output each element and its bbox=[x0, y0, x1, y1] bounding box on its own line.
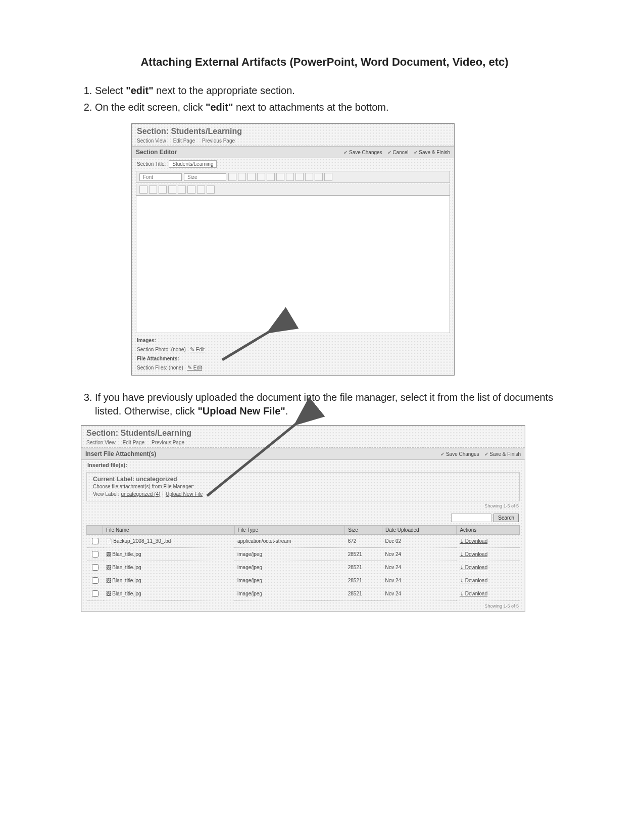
file-size-cell: 28521 bbox=[345, 574, 382, 587]
section-tabs-2: Section View Edit Page Previous Page bbox=[81, 439, 525, 448]
col-select bbox=[87, 526, 103, 535]
size-select[interactable]: Size bbox=[184, 173, 226, 181]
hr-icon[interactable] bbox=[178, 186, 186, 194]
font-select[interactable]: Font bbox=[139, 173, 182, 181]
table-row: Blan_title.jpgimage/jpeg28521Nov 24⤓ Dow… bbox=[87, 574, 520, 587]
section-title-row: Section Title: Students/Learning bbox=[132, 158, 454, 170]
paste-icon[interactable] bbox=[159, 186, 167, 194]
image-file-icon bbox=[106, 578, 113, 583]
label-filter-link[interactable]: uncategorized (4) bbox=[121, 491, 161, 497]
document-page: Attaching External Artifacts (PowerPoint… bbox=[0, 0, 644, 612]
image-file-icon bbox=[106, 551, 113, 557]
align-left-icon[interactable] bbox=[257, 173, 265, 181]
download-link[interactable]: ⤓ Download bbox=[460, 538, 487, 544]
file-search-input[interactable] bbox=[451, 514, 491, 522]
download-link[interactable]: ⤓ Download bbox=[460, 565, 487, 570]
panel-header: Section Editor Save Changes Cancel Save … bbox=[132, 146, 454, 158]
file-type-cell: application/octet-stream bbox=[234, 535, 345, 548]
link-icon[interactable] bbox=[295, 173, 304, 181]
bold-icon[interactable] bbox=[228, 173, 236, 181]
step-1: Select "edit" next to the appropriate se… bbox=[95, 84, 573, 98]
file-date-cell: Nov 24 bbox=[382, 587, 457, 600]
cut-icon[interactable] bbox=[139, 186, 147, 194]
screenshot-insert-attachment: Section: Students/Learning Section View … bbox=[81, 425, 525, 612]
source-icon[interactable] bbox=[187, 186, 195, 194]
file-action-cell: ⤓ Download bbox=[457, 587, 520, 600]
section-heading: Section: Students/Learning bbox=[132, 124, 454, 137]
table-row: Backup_2008_11_30_.bdapplication/octet-s… bbox=[87, 535, 520, 548]
richtext-editor[interactable] bbox=[136, 196, 450, 333]
attachments-label: File Attachments: bbox=[132, 354, 454, 363]
table-row: Blan_title.jpgimage/jpeg28521Nov 24⤓ Dow… bbox=[87, 548, 520, 561]
row-checkbox[interactable] bbox=[92, 538, 98, 544]
download-link[interactable]: ⤓ Download bbox=[460, 578, 487, 583]
step-list-2: If you have previously uploaded the docu… bbox=[81, 391, 573, 418]
file-date-cell: Dec 02 bbox=[382, 535, 457, 548]
align-right-icon[interactable] bbox=[276, 173, 284, 181]
panel-header-2: Insert File Attachment(s) Save Changes S… bbox=[81, 448, 525, 460]
redo-icon[interactable] bbox=[324, 173, 332, 181]
file-table: File Name File Type Size Date Uploaded A… bbox=[86, 525, 520, 600]
italic-icon[interactable] bbox=[238, 173, 246, 181]
underline-icon[interactable] bbox=[247, 173, 256, 181]
tab-section-view-2[interactable]: Section View bbox=[86, 440, 116, 445]
tab-previous[interactable]: Previous Page bbox=[202, 138, 235, 144]
file-size-cell: 28521 bbox=[345, 587, 382, 600]
col-date[interactable]: Date Uploaded bbox=[382, 526, 457, 535]
table-row: Blan_title.jpgimage/jpeg28521Nov 24⤓ Dow… bbox=[87, 561, 520, 574]
list-icon[interactable] bbox=[286, 173, 294, 181]
cancel-button[interactable]: Cancel bbox=[387, 150, 409, 155]
file-action-cell: ⤓ Download bbox=[457, 535, 520, 548]
file-action-cell: ⤓ Download bbox=[457, 574, 520, 587]
spell-icon[interactable] bbox=[197, 186, 205, 194]
image-icon[interactable] bbox=[305, 173, 313, 181]
step-list: Select "edit" next to the appropriate se… bbox=[81, 84, 573, 114]
tab-edit-page[interactable]: Edit Page bbox=[173, 138, 195, 144]
undo-icon[interactable] bbox=[315, 173, 323, 181]
download-link[interactable]: ⤓ Download bbox=[460, 551, 487, 557]
table-icon[interactable] bbox=[168, 186, 176, 194]
row-checkbox[interactable] bbox=[92, 551, 98, 558]
save-finish-button-2[interactable]: Save & Finish bbox=[484, 451, 521, 457]
download-link[interactable]: ⤓ Download bbox=[460, 591, 487, 596]
section-tabs: Section View Edit Page Previous Page bbox=[132, 137, 454, 146]
images-row: Section Photo: (none) Edit bbox=[132, 345, 454, 354]
row-checkbox[interactable] bbox=[92, 590, 98, 597]
help-icon[interactable] bbox=[207, 186, 215, 194]
file-size-cell: 28521 bbox=[345, 548, 382, 561]
search-button[interactable]: Search bbox=[493, 514, 519, 522]
section-title-input[interactable]: Students/Learning bbox=[169, 160, 217, 168]
save-changes-button-2[interactable]: Save Changes bbox=[440, 451, 479, 457]
col-filetype[interactable]: File Type bbox=[234, 526, 345, 535]
save-changes-button[interactable]: Save Changes bbox=[343, 150, 382, 155]
page-title: Attaching External Artifacts (PowerPoint… bbox=[76, 56, 573, 69]
panel-title: Section Editor bbox=[136, 149, 177, 156]
image-file-icon bbox=[106, 591, 113, 596]
save-finish-button[interactable]: Save & Finish bbox=[414, 150, 450, 155]
col-size[interactable]: Size bbox=[345, 526, 382, 535]
document-file-icon bbox=[106, 538, 114, 544]
table-row: Blan_title.jpgimage/jpeg28521Nov 24⤓ Dow… bbox=[87, 587, 520, 600]
file-name-cell: Blan_title.jpg bbox=[103, 587, 235, 600]
choose-from-manager: Choose file attachment(s) from File Mana… bbox=[87, 483, 519, 490]
file-name-cell: Blan_title.jpg bbox=[103, 561, 235, 574]
tab-section-view[interactable]: Section View bbox=[137, 138, 166, 144]
tab-edit-page-2[interactable]: Edit Page bbox=[123, 440, 144, 445]
col-actions: Actions bbox=[457, 526, 520, 535]
showing-count-top: Showing 1-5 of 5 bbox=[81, 503, 525, 512]
file-action-cell: ⤓ Download bbox=[457, 548, 520, 561]
images-edit-link[interactable]: Edit bbox=[190, 346, 205, 353]
col-filename[interactable]: File Name bbox=[103, 526, 235, 535]
attachments-edit-link[interactable]: Edit bbox=[187, 364, 202, 371]
align-center-icon[interactable] bbox=[267, 173, 275, 181]
tab-previous-2[interactable]: Previous Page bbox=[152, 440, 184, 445]
row-checkbox[interactable] bbox=[92, 577, 98, 584]
richtext-toolbar: Font Size bbox=[136, 171, 450, 183]
file-type-cell: image/jpeg bbox=[234, 574, 345, 587]
file-type-cell: image/jpeg bbox=[234, 587, 345, 600]
row-checkbox[interactable] bbox=[92, 564, 98, 571]
file-name-cell: Backup_2008_11_30_.bd bbox=[103, 535, 235, 548]
upload-new-file-link[interactable]: Upload New File bbox=[166, 491, 203, 497]
file-action-cell: ⤓ Download bbox=[457, 561, 520, 574]
copy-icon[interactable] bbox=[149, 186, 157, 194]
